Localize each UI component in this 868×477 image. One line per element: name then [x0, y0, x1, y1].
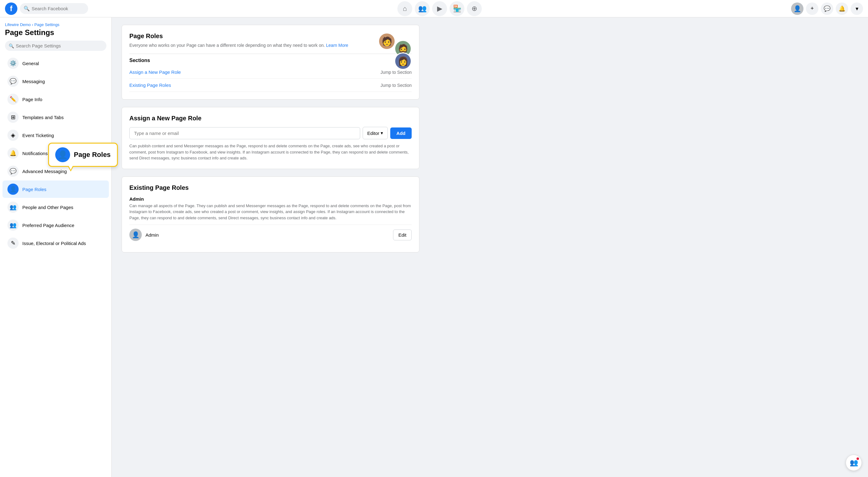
advanced-messaging-icon: 💬	[7, 166, 19, 177]
avatar: 👤	[129, 229, 142, 241]
sidebar-item-label: Advanced Messaging	[22, 169, 67, 174]
sidebar-item-page-roles[interactable]: 👤 Page Roles	[2, 181, 109, 198]
table-row: 👤 Admin Edit	[129, 225, 412, 245]
assign-role-link[interactable]: Assign a New Page Role	[129, 69, 181, 75]
assign-input-row: Editor ▾ Add	[129, 127, 412, 139]
main-content: 🧑 🧔 👩 Page Roles Everyone who works on y…	[112, 18, 868, 477]
sidebar-item-event-ticketing[interactable]: ◈ Event Ticketing	[2, 127, 109, 144]
sidebar-item-general[interactable]: ⚙️ General	[2, 55, 109, 72]
home-icon[interactable]: ⌂	[397, 1, 412, 16]
messenger-button[interactable]: 💬	[821, 2, 833, 15]
menu-button[interactable]: ▾	[850, 2, 863, 15]
avatar-group: 🧑 🧔 👩	[381, 33, 412, 70]
messenger-chat-button[interactable]: 👥	[846, 455, 862, 471]
role-label: Editor	[367, 131, 379, 136]
top-navigation: f 🔍 ⌂ 👥 ▶ 🏪 ⊕ 👤 + 💬 🔔 ▾	[0, 0, 868, 18]
sidebar-item-label: Page Info	[22, 97, 42, 102]
edit-button[interactable]: Edit	[393, 229, 412, 241]
sidebar-item-preferred-audience[interactable]: 👥 Preferred Page Audience	[2, 217, 109, 234]
facebook-logo[interactable]: f	[5, 2, 18, 15]
sidebar-item-label: Templates and Tabs	[22, 115, 64, 120]
bell-icon: 🔔	[7, 148, 19, 159]
sidebar-item-people-pages[interactable]: 👥 People and Other Pages	[2, 198, 109, 216]
page-layout: Lifewire Demo › Page Settings Page Setti…	[0, 18, 868, 477]
role-description: Can publish content and send Messenger m…	[129, 143, 412, 161]
add-role-button[interactable]: Add	[390, 127, 412, 139]
chevron-down-icon: ▾	[381, 130, 383, 136]
sidebar-item-label: General	[22, 61, 39, 66]
sections-list: Sections Assign a New Page Role Jump to …	[129, 54, 412, 92]
friends-icon[interactable]: 👥	[415, 1, 430, 16]
sidebar-item-label: Issue, Electoral or Political Ads	[22, 241, 86, 246]
existing-roles-title: Existing Page Roles	[129, 184, 412, 191]
breadcrumb: Lifewire Demo › Page Settings	[0, 22, 112, 28]
ticket-icon: ◈	[7, 130, 19, 141]
assign-role-card: Assign a New Page Role Editor ▾ Add Can …	[122, 107, 420, 169]
sidebar-item-label: People and Other Pages	[22, 205, 73, 210]
learn-more-link[interactable]: Learn More	[326, 43, 348, 48]
ads-icon: ✎	[7, 237, 19, 249]
profile-avatar[interactable]: 👤	[791, 2, 804, 15]
person-icon: 👤	[7, 184, 19, 195]
sidebar-item-messaging[interactable]: 💬 Messaging	[2, 72, 109, 90]
page-roles-title: Page Roles	[129, 33, 412, 40]
avatar-1: 🧑	[378, 33, 396, 50]
page-title: Page Settings	[0, 28, 112, 41]
tooltip-label: Page Roles	[74, 151, 111, 159]
breadcrumb-current: Page Settings	[34, 22, 60, 27]
notification-badge	[856, 457, 860, 460]
notifications-button[interactable]: 🔔	[836, 2, 848, 15]
role-selector-button[interactable]: Editor ▾	[363, 127, 388, 139]
sidebar-item-templates-tabs[interactable]: ⊞ Templates and Tabs	[2, 108, 109, 126]
sidebar: Lifewire Demo › Page Settings Page Setti…	[0, 18, 112, 477]
sidebar-search-input[interactable]	[16, 43, 103, 49]
messaging-icon: 💬	[7, 76, 19, 87]
existing-roles-card: Existing Page Roles Admin Can manage all…	[122, 177, 420, 253]
sidebar-item-label: Page Roles	[22, 187, 46, 192]
jump-to-section-existing[interactable]: Jump to Section	[381, 83, 412, 88]
breadcrumb-page-link[interactable]: Lifewire Demo	[5, 22, 31, 27]
templates-icon: ⊞	[7, 112, 19, 123]
nav-right: 👤 + 💬 🔔 ▾	[791, 2, 863, 15]
sidebar-item-label: Messaging	[22, 79, 45, 84]
avatar-3: 👩	[394, 53, 412, 70]
name-email-input[interactable]	[129, 127, 360, 139]
groups-icon[interactable]: ⊕	[467, 1, 482, 16]
people-icon: 👥	[7, 201, 19, 213]
watch-icon[interactable]: ▶	[432, 1, 447, 16]
section-row-existing: Existing Page Roles Jump to Section	[129, 79, 412, 92]
person-name: Admin	[146, 232, 159, 237]
add-button[interactable]: +	[806, 2, 818, 15]
sidebar-item-label: Event Ticketing	[22, 133, 54, 138]
search-icon: 🔍	[24, 6, 30, 11]
search-input[interactable]	[32, 6, 84, 11]
nav-icons: ⌂ 👥 ▶ 🏪 ⊕	[88, 1, 791, 16]
jump-to-section-assign[interactable]: Jump to Section	[381, 70, 412, 75]
existing-roles-link[interactable]: Existing Page Roles	[129, 83, 171, 88]
edit-icon: ✏️	[7, 94, 19, 105]
sidebar-item-page-info[interactable]: ✏️ Page Info	[2, 91, 109, 108]
audience-icon: 👥	[7, 220, 19, 231]
role-group-title-admin: Admin	[129, 196, 412, 201]
page-roles-overview-card: 🧑 🧔 👩 Page Roles Everyone who works on y…	[122, 25, 420, 100]
page-roles-tooltip: 👤 Page Roles	[48, 143, 118, 167]
tooltip-arrow-inner	[68, 166, 73, 170]
page-roles-description: Everyone who works on your Page can have…	[129, 42, 412, 49]
sections-list-title: Sections	[129, 58, 412, 63]
sidebar-item-label: Notifications	[22, 151, 48, 156]
sidebar-item-label: Preferred Page Audience	[22, 223, 74, 228]
marketplace-icon[interactable]: 🏪	[450, 1, 464, 16]
role-group-admin: Admin Can manage all aspects of the Page…	[129, 196, 412, 245]
search-icon: 🔍	[9, 43, 14, 49]
search-bar[interactable]: 🔍	[20, 3, 88, 14]
gear-icon: ⚙️	[7, 58, 19, 69]
sidebar-item-issue-ads[interactable]: ✎ Issue, Electoral or Political Ads	[2, 234, 109, 252]
role-group-desc-admin: Can manage all aspects of the Page. They…	[129, 203, 412, 221]
breadcrumb-separator: ›	[32, 22, 34, 27]
assign-role-title: Assign a New Page Role	[129, 115, 412, 122]
sidebar-search[interactable]: 🔍	[5, 41, 106, 51]
person-info: 👤 Admin	[129, 229, 159, 241]
tooltip-icon: 👤	[55, 147, 70, 162]
section-row-assign: Assign a New Page Role Jump to Section	[129, 66, 412, 79]
